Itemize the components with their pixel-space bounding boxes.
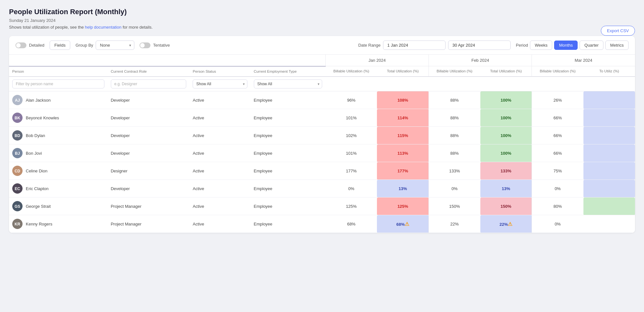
col-jan-billable-header: Billable Utilization (%) [325,66,377,77]
data-cell [583,144,635,162]
col-feb-billable-header: Billable Utilization (%) [429,66,480,77]
group-by-wrap: Group By None [75,41,134,50]
export-csv-button[interactable]: Export CSV [601,26,635,36]
col-feb-total-header: Total Utilization (%) [480,66,532,77]
detailed-toggle[interactable] [15,42,26,48]
data-cell: 26% [532,91,583,109]
person-cell: GS George Strait [9,197,108,215]
svg-text:BK: BK [14,116,20,120]
status-cell: Active [189,109,250,127]
data-cell: 102% [325,127,377,144]
page-date: Sunday 21 January 2024 [9,18,635,23]
table-row: BD Bob Dylan DeveloperActiveEmployee102%… [9,127,635,144]
svg-text:AJ: AJ [15,98,20,103]
tentative-toggle[interactable] [139,42,150,48]
filter-role-input[interactable] [111,79,187,88]
person-cell: EC Eric Clapton [9,180,108,197]
svg-text:KR: KR [14,222,20,226]
data-cell: 66% [532,144,583,162]
avatar: EC [12,183,23,194]
period-weeks-btn[interactable]: Weeks [530,41,553,50]
tentative-label: Tentative [153,43,170,48]
data-cell: 125% [325,197,377,215]
data-cell: 80% [532,197,583,215]
emp-type-cell: Employee [251,144,326,162]
data-cell: 150% [480,197,532,215]
tentative-toggle-wrap: Tentative [139,42,170,48]
status-cell: Active [189,215,250,233]
role-cell: Developer [108,144,190,162]
data-cell: 133% [429,162,480,180]
data-cell: 68% [325,215,377,233]
data-cell: 150% [429,197,480,215]
group-by-select-wrap: None [96,41,134,50]
jan-header: Jan 2024 [325,55,428,66]
date-to-input[interactable] [448,41,511,50]
page-title: People Utilization Report (Monthly) [9,8,635,16]
table-row: KR Kenny Rogers Project ManagerActiveEmp… [9,215,635,233]
avatar: AJ [12,95,23,105]
fields-button[interactable]: Fields [50,41,71,50]
status-cell: Active [189,91,250,109]
data-cell: 114% [377,109,428,127]
col-mar-billable-header: Billable Utilization (%) [532,66,583,77]
data-cell: 0% [532,180,583,197]
filter-emptype-cell: Show All [251,77,326,91]
emp-type-cell: Employee [251,109,326,127]
filter-status-wrap: Show All [193,79,247,88]
svg-text:GS: GS [14,204,20,209]
column-header-row: Person Current Contract Role Person Stat… [9,66,635,77]
col-role-header: Current Contract Role [108,66,190,77]
status-cell: Active [189,144,250,162]
person-name: Bob Dylan [26,133,45,138]
data-cell: 22% ⚠ [480,215,532,233]
col-person-header: Person [9,66,108,77]
table-body: AJ Alan Jackson DeveloperActiveEmployee9… [9,91,635,233]
filter-status-select[interactable]: Show All [193,79,247,88]
period-quarter-btn[interactable]: Quarter [580,41,603,50]
data-cell: 75% [532,162,583,180]
avatar: BJ [12,148,23,158]
data-cell: 88% [429,127,480,144]
role-cell: Designer [108,162,190,180]
emp-type-cell: Employee [251,91,326,109]
status-cell: Active [189,180,250,197]
filter-person-input[interactable] [12,79,104,88]
date-range-wrap: Date Range [358,41,511,50]
status-cell: Active [189,197,250,215]
person-cell: BD Bob Dylan [9,127,108,144]
period-metrics-btn[interactable]: Metrics [605,41,629,50]
emp-type-cell: Employee [251,197,326,215]
data-cell [583,215,635,233]
role-cell: Project Manager [108,197,190,215]
period-label: Period [516,43,528,48]
data-cell [583,91,635,109]
data-cell: 125% [377,197,428,215]
date-from-input[interactable] [383,41,446,50]
page-description: Shows total utilization of people, see t… [9,25,635,30]
svg-text:EC: EC [15,187,20,191]
table-row: AJ Alan Jackson DeveloperActiveEmployee9… [9,91,635,109]
period-months-btn[interactable]: Months [554,41,578,50]
data-cell: 22% [429,215,480,233]
data-cell: 177% [377,162,428,180]
help-doc-link[interactable]: help documentation [85,25,121,30]
data-cell: 88% [429,144,480,162]
filter-status-cell: Show All [189,77,250,91]
person-name: Bon Jovi [26,151,42,156]
emp-type-cell: Employee [251,162,326,180]
filter-emptype-select[interactable]: Show All [254,79,322,88]
report-table-container: Jan 2024 Feb 2024 Mar 2024 Person Curren… [9,55,635,233]
data-cell: 108% [377,91,428,109]
table-row: CD Celine Dion DesignerActiveEmployee177… [9,162,635,180]
data-cell: 100% [480,144,532,162]
group-by-select[interactable]: None [96,41,134,50]
avatar: BK [12,113,23,123]
avatar: CD [12,166,23,176]
data-cell [583,162,635,180]
data-cell: 115% [377,127,428,144]
role-cell: Developer [108,127,190,144]
data-cell: 13% [377,180,428,197]
date-range-label: Date Range [358,43,380,48]
table-row: BK Beyoncé Knowles DeveloperActiveEmploy… [9,109,635,127]
